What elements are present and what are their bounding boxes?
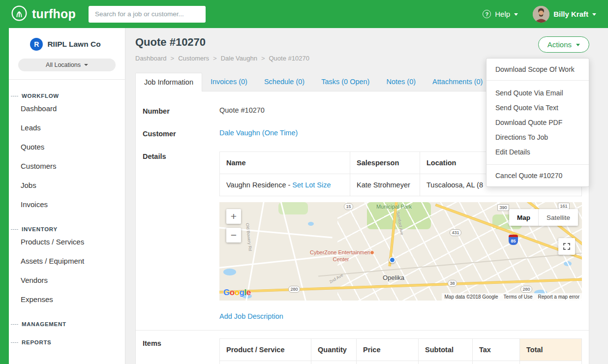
breadcrumb-current: Quote #10270	[269, 55, 309, 62]
help-label: Help	[495, 10, 510, 18]
job-location-marker[interactable]	[389, 257, 395, 263]
items-row: Items Product / Service Quantity Price	[136, 338, 589, 364]
terms-of-use-link[interactable]: Terms of Use	[504, 294, 533, 300]
route-shield-431: 431	[450, 229, 461, 236]
route-shield-15: 15	[344, 203, 353, 210]
route-shield-161: 161	[558, 203, 570, 210]
sidebar-item-products-services[interactable]: Products / Services	[9, 232, 125, 251]
breadcrumb-separator: >	[213, 55, 217, 62]
tab-job-information[interactable]: Job Information	[135, 73, 202, 91]
menu-item-directions-to-job[interactable]: Directions To Job	[486, 130, 589, 145]
menu-item-edit-details[interactable]: Edit Details	[486, 145, 589, 159]
menu-item-cancel-quote[interactable]: Cancel Quote #10270	[486, 165, 589, 186]
branch-icon	[11, 342, 18, 343]
route-shield-38: 38	[448, 280, 457, 287]
sidebar: R RIIPL Lawn Co All Locations WORKFLOW D…	[0, 28, 125, 364]
satellite-view-button[interactable]: Satellite	[538, 209, 578, 226]
items-table-row	[220, 361, 582, 364]
menu-item-send-quote-email[interactable]: Send Quote Via Email	[486, 86, 589, 100]
app-screen: turfhop ? Help Billy Kraft	[0, 0, 608, 364]
breadcrumb-separator: >	[171, 55, 175, 62]
sidebar-item-expenses[interactable]: Expenses	[9, 290, 125, 309]
items-header-product-service: Product / Service	[220, 339, 311, 361]
sidebar-item-vendors[interactable]: Vendors	[9, 271, 125, 290]
customer-type-link[interactable]: (One Time)	[262, 129, 298, 137]
app-header: turfhop ? Help Billy Kraft	[0, 0, 608, 28]
branch-icon	[11, 96, 18, 96]
turfhop-logo-icon	[11, 5, 28, 24]
road	[244, 202, 265, 301]
map-attribution: Map data ©2018 Google Terms of Use Repor…	[442, 293, 582, 301]
items-label: Items	[143, 338, 219, 347]
breadcrumb-customer-name[interactable]: Dale Vaughn	[221, 55, 257, 62]
tab-attachments[interactable]: Attachments (0)	[424, 73, 491, 91]
poi-label: CyberZone Entertainment Center	[304, 249, 378, 263]
add-job-description-link[interactable]: Add Job Description	[219, 312, 283, 320]
nav-section-management: MANAGEMENT	[9, 321, 125, 327]
map-type-control: Map Satellite	[509, 209, 578, 226]
water-area	[308, 222, 314, 226]
branch-icon	[11, 324, 18, 325]
company-name: RIIPL Lawn Co	[47, 40, 100, 49]
interstate-shield-85: 85	[509, 235, 518, 245]
actions-menu-group: Send Quote Via Email Send Quote Via Text…	[486, 81, 589, 165]
zoom-out-button[interactable]: −	[226, 228, 241, 243]
route-shield-280: 280	[288, 286, 300, 293]
sidebar-item-dashboard[interactable]: Dashboard	[9, 99, 125, 118]
user-menu[interactable]: Billy Kraft	[533, 6, 596, 23]
menu-item-download-scope[interactable]: Download Scope Of Work	[486, 59, 589, 81]
job-location-map[interactable]: Municipal Park CyberZone Entertainment C…	[219, 202, 582, 301]
menu-item-send-quote-text[interactable]: Send Quote Via Text	[486, 100, 589, 115]
customer-link[interactable]: Dale Vaughn	[219, 129, 260, 137]
google-logo[interactable]: Google	[223, 288, 251, 298]
help-menu[interactable]: ? Help	[483, 10, 518, 18]
tab-tasks[interactable]: Tasks (0 Open)	[313, 73, 378, 91]
sidebar-item-assets-equipment[interactable]: Assets / Equipment	[9, 251, 125, 271]
items-header-tax: Tax	[473, 339, 520, 361]
items-header-total: Total	[520, 339, 582, 361]
breadcrumb-dashboard[interactable]: Dashboard	[135, 55, 167, 62]
breadcrumb-separator: >	[261, 55, 265, 62]
breadcrumb-customers[interactable]: Customers	[178, 55, 209, 62]
user-name: Billy Kraft	[553, 10, 588, 18]
search-input[interactable]	[89, 6, 206, 23]
sidebar-item-invoices[interactable]: Invoices	[9, 195, 125, 214]
tab-invoices[interactable]: Invoices (0)	[202, 73, 256, 91]
actions-button[interactable]: Actions	[538, 36, 589, 53]
nav-section-inventory: INVENTORY	[9, 226, 125, 232]
tab-notes[interactable]: Notes (0)	[378, 73, 424, 91]
number-label: Number	[143, 106, 219, 115]
main-content: Quote #10270 Dashboard > Customers > Dal…	[125, 28, 608, 364]
help-icon: ?	[483, 10, 491, 18]
sidebar-item-jobs[interactable]: Jobs	[9, 176, 125, 195]
map-view-button[interactable]: Map	[509, 209, 538, 226]
turfhop-logo[interactable]: turfhop	[11, 5, 76, 24]
tab-schedule[interactable]: Schedule (0)	[256, 73, 313, 91]
details-header-name: Name	[220, 152, 350, 174]
company-header: R RIIPL Lawn Co	[9, 28, 125, 51]
chevron-down-icon	[576, 44, 580, 46]
brand-name: turfhop	[32, 7, 76, 21]
sidebar-item-leads[interactable]: Leads	[9, 118, 125, 137]
avatar	[533, 6, 549, 23]
detail-salesperson-cell: Kate Strohmeyer	[350, 174, 420, 196]
set-lot-size-link[interactable]: Set Lot Size	[292, 181, 331, 189]
fullscreen-button[interactable]	[558, 238, 575, 255]
chevron-down-icon	[514, 13, 518, 16]
sidebar-accent-strip	[0, 28, 9, 364]
nav-section-workflow: WORKFLOW	[9, 93, 125, 99]
report-map-error-link[interactable]: Report a map error	[538, 294, 579, 300]
sidebar-item-quotes[interactable]: Quotes	[9, 137, 125, 156]
poi-marker-icon	[370, 250, 374, 255]
sidebar-nav: WORKFLOW Dashboard Leads Quotes Customer…	[9, 80, 125, 345]
park-label: Municipal Park	[374, 204, 414, 210]
items-header-quantity: Quantity	[311, 339, 357, 361]
items-table: Product / Service Quantity Price Subtota…	[219, 338, 582, 364]
zoom-in-button[interactable]: +	[226, 209, 241, 224]
locations-dropdown[interactable]: All Locations	[18, 59, 116, 71]
page-title: Quote #10270	[135, 36, 589, 49]
sidebar-item-customers[interactable]: Customers	[9, 156, 125, 176]
details-label: Details	[143, 152, 219, 160]
detail-name-cell: Vaughn Residence - Set Lot Size	[220, 174, 350, 196]
menu-item-download-quote-pdf[interactable]: Download Quote PDF	[486, 115, 589, 130]
